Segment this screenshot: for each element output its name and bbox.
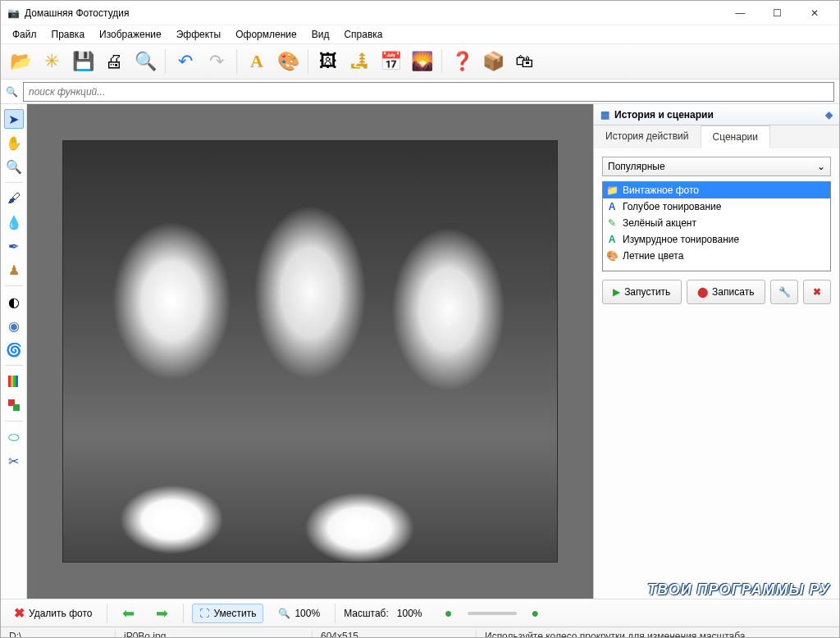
home-icon[interactable]: 📦 (478, 47, 508, 76)
menu-image[interactable]: Изображение (93, 27, 168, 42)
pointer-tool-icon[interactable]: ➤ (4, 109, 24, 129)
scenario-category-dropdown[interactable]: Популярные ⌄ (602, 157, 831, 176)
delete-icon: ✖ (813, 286, 821, 298)
arrow-right-icon: ➡ (156, 604, 168, 622)
list-item-label: Голубое тонирование (623, 201, 721, 212)
panel-tabs: История действий Сценарии (594, 125, 839, 148)
delete-icon: ✖ (14, 605, 25, 621)
toolbar-sep (165, 49, 166, 74)
drop-tool-icon[interactable]: 💧 (4, 212, 24, 232)
menu-effects[interactable]: Эффекты (170, 27, 228, 42)
chevron-down-icon: ⌄ (817, 161, 825, 172)
run-button[interactable]: ▶ Запустить (602, 280, 682, 304)
card-icon[interactable]: 🌄 (407, 47, 436, 76)
list-item[interactable]: ✎ Зелёный акцент (603, 215, 830, 231)
spiral-tool-icon[interactable]: 🌀 (4, 340, 24, 359)
stamp-tool-icon[interactable]: ♟ (4, 260, 24, 280)
minus-icon: ● (445, 606, 453, 621)
letter-icon: A (606, 234, 618, 245)
collapse-icon[interactable]: ◆ (825, 109, 833, 121)
run-label: Запустить (624, 286, 670, 298)
toolbar-sep (308, 49, 308, 74)
hundred-button[interactable]: 🔍 100% (272, 604, 326, 622)
contrast-tool-icon[interactable]: ◐ (4, 292, 24, 312)
palette-icon: 🎨 (606, 250, 618, 262)
svg-rect-1 (11, 376, 13, 387)
preview-icon[interactable]: 🔍 (130, 47, 160, 76)
play-icon: ▶ (613, 286, 620, 298)
palette-icon[interactable]: 🎨 (273, 47, 303, 76)
next-button[interactable]: ➡ (149, 601, 175, 626)
menu-decoration[interactable]: Оформление (229, 27, 303, 42)
prev-button[interactable]: ⬅ (116, 601, 141, 626)
swap-tool-icon[interactable] (4, 395, 24, 415)
menu-view[interactable]: Вид (305, 27, 336, 42)
crop-tool-icon[interactable]: ✂ (4, 451, 24, 471)
list-item[interactable]: A Голубое тонирование (603, 198, 830, 215)
record-button[interactable]: ⬤ Записать (687, 280, 766, 304)
save-icon[interactable]: 💾 (68, 47, 98, 76)
list-item-label: Винтажное фото (623, 185, 699, 196)
canvas-area[interactable] (27, 104, 593, 599)
tool-strip: ➤ ✋ 🔍 🖌 💧 ✒ ♟ ◐ ◉ 🌀 ⬭ ✂ (1, 104, 27, 599)
tab-history[interactable]: История действий (594, 125, 701, 148)
catalog-icon[interactable]: ✳ (37, 47, 66, 76)
list-item[interactable]: 📁 Винтажное фото (603, 182, 830, 198)
list-item-label: Изумрудное тонирование (623, 234, 739, 245)
undo-icon[interactable]: ↶ (171, 47, 200, 76)
scenario-actions: ▶ Запустить ⬤ Записать 🔧 ✖ (602, 280, 831, 304)
tab-scenarios[interactable]: Сценарии (701, 125, 770, 148)
help-icon[interactable]: ❓ (447, 47, 477, 76)
pencil-icon: ✎ (606, 217, 618, 229)
fit-button[interactable]: ⛶ Уместить (192, 604, 263, 623)
hand-tool-icon[interactable]: ✋ (4, 133, 24, 153)
toolbar-sep (441, 49, 442, 74)
dropdown-label: Популярные (608, 161, 817, 172)
svg-rect-2 (13, 376, 16, 387)
bottom-sep (183, 604, 184, 623)
zoom-in-button[interactable]: ● (525, 603, 546, 624)
main-toolbar: 📂 ✳ 💾 🖨 🔍 ↶ ↷ A 🎨 🖼 🏞 📅 🌄 ❓ 📦 🛍 (1, 43, 839, 80)
eraser-tool-icon[interactable]: ⬭ (4, 427, 24, 447)
redo-icon[interactable]: ↷ (202, 47, 231, 76)
toolbar-sep (236, 49, 237, 74)
close-button[interactable]: ✕ (796, 2, 833, 25)
titlebar: 📷 Домашняя Фотостудия — ☐ ✕ (1, 1, 839, 25)
status-drive: D:\ (1, 631, 116, 639)
zoom-out-button[interactable]: ● (438, 603, 459, 624)
history-icon: ▦ (600, 109, 609, 121)
delete-scenario-button[interactable]: ✖ (803, 280, 831, 304)
menu-help[interactable]: Справка (337, 27, 389, 42)
menu-file[interactable]: Файл (6, 27, 43, 42)
delete-photo-button[interactable]: ✖ Удалить фото (7, 602, 98, 624)
menu-edit[interactable]: Правка (45, 27, 92, 42)
list-item[interactable]: 🎨 Летние цвета (603, 248, 830, 264)
blur-tool-icon[interactable]: ◉ (4, 316, 24, 335)
record-icon: ⬤ (697, 286, 708, 298)
calendar-icon[interactable]: 📅 (376, 47, 405, 76)
text-icon[interactable]: A (242, 47, 272, 76)
maximize-button[interactable]: ☐ (759, 2, 796, 25)
zoom-slider[interactable] (468, 612, 517, 615)
folder-icon: 📁 (606, 185, 618, 196)
open-icon[interactable]: 📂 (6, 47, 35, 76)
photo-canvas[interactable] (62, 140, 558, 563)
image2-icon[interactable]: 🏞 (345, 47, 374, 76)
zoom-tool-icon[interactable]: 🔍 (4, 157, 24, 176)
rainbow-tool-icon[interactable] (4, 371, 24, 391)
shop-icon[interactable]: 🛍 (509, 47, 539, 76)
print-icon[interactable]: 🖨 (99, 47, 129, 76)
pen-tool-icon[interactable]: ✒ (4, 236, 24, 256)
plus-icon: ● (532, 606, 540, 621)
zoom-icon: 🔍 (278, 608, 290, 619)
search-input[interactable] (23, 82, 834, 102)
tool-sep (5, 182, 23, 183)
scenario-list[interactable]: 📁 Винтажное фото A Голубое тонирование ✎… (602, 181, 831, 271)
arrow-left-icon: ⬅ (122, 604, 135, 622)
minimize-button[interactable]: — (722, 2, 759, 25)
brush-tool-icon[interactable]: 🖌 (4, 189, 24, 208)
edit-scenario-button[interactable]: 🔧 (770, 280, 798, 304)
list-item[interactable]: A Изумрудное тонирование (603, 231, 830, 248)
image1-icon[interactable]: 🖼 (313, 47, 343, 76)
panel-title: История и сценарии (614, 109, 825, 121)
